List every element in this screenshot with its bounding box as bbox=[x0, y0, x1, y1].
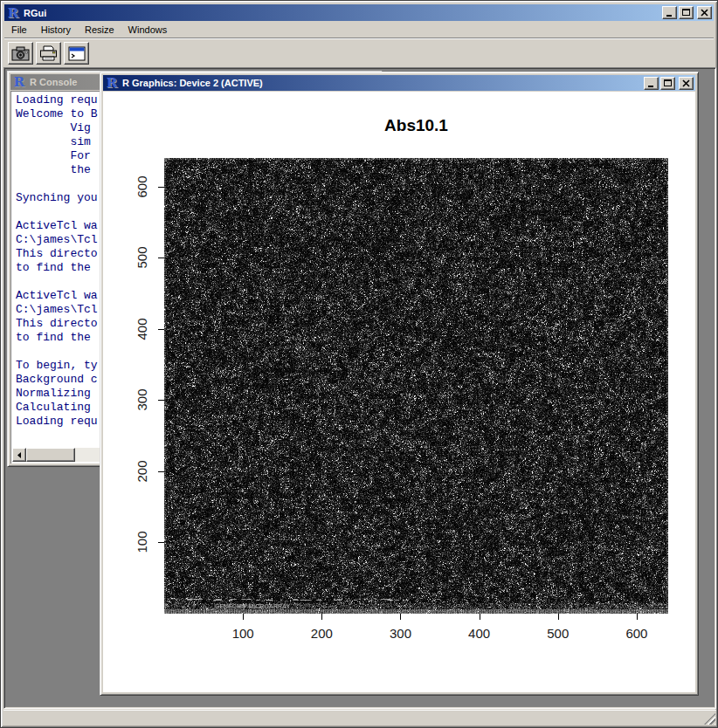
x-axis-tick bbox=[400, 614, 401, 620]
resize-grip-icon[interactable] bbox=[704, 713, 715, 725]
y-axis-tick bbox=[158, 187, 164, 188]
graphics-window-title: R Graphics: Device 2 (ACTIVE) bbox=[122, 78, 263, 88]
menubar: FileHistoryResizeWindows bbox=[4, 22, 714, 38]
camera-icon bbox=[11, 46, 30, 61]
r-logo-icon: R bbox=[12, 75, 26, 89]
y-axis-tick-label: 200 bbox=[135, 460, 149, 482]
graphics-maximize-button[interactable] bbox=[660, 77, 675, 90]
printer-icon bbox=[39, 45, 58, 61]
arrow-left-icon bbox=[16, 451, 24, 459]
graphics-titlebar[interactable]: R R Graphics: Device 2 (ACTIVE) bbox=[103, 75, 695, 91]
statusbar bbox=[3, 710, 716, 725]
r-logo-icon: R bbox=[6, 6, 20, 20]
mdi-workspace: R R Console Loading requWelcome to B Vig… bbox=[3, 67, 716, 709]
scroll-left-button[interactable] bbox=[12, 448, 26, 462]
x-axis-tick-label: 600 bbox=[618, 626, 656, 641]
main-caption-buttons bbox=[660, 6, 712, 19]
x-axis-tick bbox=[243, 614, 244, 620]
console-window-icon bbox=[68, 46, 86, 61]
plot-area: Abs10.1 10020030040050060010020030040050… bbox=[103, 92, 695, 692]
console-window-title: R Console bbox=[30, 77, 77, 87]
x-axis-tick bbox=[637, 614, 638, 620]
r-logo-icon: R bbox=[105, 76, 119, 90]
mdi-client: R R Console Loading requWelcome to B Vig… bbox=[6, 70, 714, 706]
plot-title: Abs10.1 bbox=[164, 116, 668, 135]
menu-item-file[interactable]: File bbox=[4, 23, 34, 37]
y-axis-tick bbox=[158, 258, 164, 258]
chip-image-canvas bbox=[164, 158, 668, 614]
console-focus-button[interactable] bbox=[64, 42, 89, 65]
scrollbar-thumb[interactable] bbox=[26, 448, 75, 462]
r-graphics-window: R R Graphics: Device 2 (ACTIVE) bbox=[100, 72, 699, 696]
print-button[interactable] bbox=[36, 42, 61, 65]
y-axis-tick bbox=[158, 471, 164, 472]
x-axis-tick-label: 100 bbox=[224, 626, 262, 641]
graphics-close-button[interactable] bbox=[679, 77, 694, 90]
toolbar-divider bbox=[4, 38, 714, 39]
x-axis-tick bbox=[558, 614, 559, 620]
x-axis-tick-label: 300 bbox=[381, 626, 419, 641]
rgui-main-window: R RGui FileHistoryResizeWindows bbox=[0, 0, 718, 728]
close-button[interactable] bbox=[697, 6, 712, 19]
y-axis-tick bbox=[158, 329, 164, 330]
toolbar bbox=[4, 40, 714, 66]
y-axis-tick-label: 400 bbox=[135, 318, 149, 340]
y-axis-tick-label: 100 bbox=[135, 532, 149, 553]
chip-image bbox=[164, 158, 668, 614]
y-axis-tick bbox=[158, 400, 164, 401]
graphics-minimize-button[interactable] bbox=[644, 77, 659, 90]
y-axis-tick-label: 600 bbox=[135, 175, 149, 197]
maximize-button[interactable] bbox=[679, 6, 694, 19]
copy-snapshot-button[interactable] bbox=[8, 42, 33, 65]
menu-item-resize[interactable]: Resize bbox=[78, 23, 121, 37]
x-axis-tick bbox=[321, 614, 322, 620]
x-axis-tick-label: 400 bbox=[460, 626, 499, 641]
y-axis-tick-label: 300 bbox=[135, 389, 149, 411]
x-axis-tick-label: 500 bbox=[539, 626, 577, 641]
y-axis-tick-label: 500 bbox=[135, 247, 149, 269]
x-axis-tick bbox=[480, 614, 480, 620]
y-axis-tick bbox=[158, 542, 164, 543]
main-titlebar[interactable]: R RGui bbox=[4, 4, 714, 21]
graphics-caption-buttons bbox=[642, 77, 694, 90]
menu-item-windows[interactable]: Windows bbox=[121, 23, 175, 37]
minimize-button[interactable] bbox=[662, 6, 677, 19]
main-window-title: RGui bbox=[24, 8, 46, 18]
x-axis-tick-label: 200 bbox=[302, 626, 341, 641]
menu-item-history[interactable]: History bbox=[34, 23, 78, 37]
